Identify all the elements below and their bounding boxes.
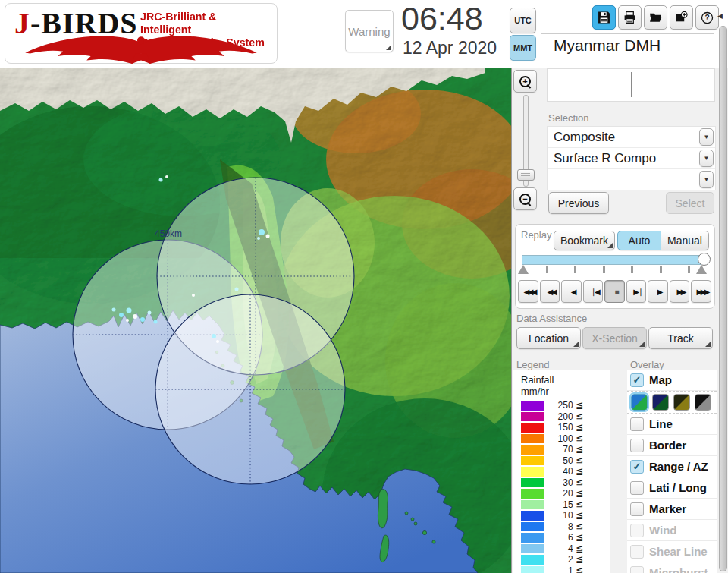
rain-echo — [165, 175, 168, 178]
overlay-rows: LineBorder✓Range / AZLati / LongMarkerWi… — [627, 414, 717, 573]
dropdown-arrow-icon[interactable]: ▼ — [699, 128, 714, 146]
legend-row: 15 ≦ — [521, 499, 583, 511]
style-dark-olive-button[interactable] — [673, 394, 690, 411]
open-folder-icon — [649, 11, 662, 24]
play-backward-button[interactable]: ◀ — [561, 280, 582, 303]
track-button[interactable]: Track — [648, 327, 713, 349]
eagle-icon — [11, 34, 271, 65]
dropdown-arrow-icon[interactable]: ▼ — [699, 171, 714, 188]
overlay-label: Overlay — [630, 359, 664, 370]
print-button[interactable] — [618, 5, 642, 30]
stop-button[interactable]: ■ — [604, 280, 625, 303]
legend-value: 150 ≦ — [544, 422, 583, 433]
select-button[interactable]: Select — [666, 192, 714, 214]
bookmark-button[interactable]: Bookmark — [554, 231, 615, 250]
zoom-in-button[interactable]: + — [513, 70, 537, 93]
style-green-blue-button[interactable] — [631, 394, 648, 411]
overlay-item-range-az[interactable]: ✓Range / AZ — [627, 456, 717, 477]
map-style-buttons — [627, 391, 717, 414]
mmt-button[interactable]: MMT — [510, 35, 536, 61]
overlay-item-shear-line[interactable]: Shear Line — [627, 541, 717, 562]
legend-row: 50 ≦ — [521, 455, 583, 467]
step-back-button[interactable]: ❘◀ — [583, 280, 604, 303]
control-panel: + − Selection Composite▼Surface R Compo▼… — [511, 68, 718, 573]
style-navy-green-button[interactable] — [652, 394, 669, 411]
checkbox-icon[interactable] — [630, 566, 644, 573]
zoom-out-button[interactable]: − — [513, 187, 537, 210]
rain-echo — [154, 320, 158, 324]
legend-value: 30 ≦ — [544, 477, 583, 488]
legend-swatch — [521, 500, 544, 510]
selection-dropdown-2[interactable]: Surface R Compo▼ — [548, 148, 715, 169]
auto-button[interactable]: Auto — [617, 231, 661, 250]
checkbox-icon[interactable] — [630, 502, 644, 516]
x-section-button[interactable]: X-Section — [582, 327, 647, 349]
overlay-item-border[interactable]: Border — [627, 435, 717, 456]
checkbox-icon[interactable] — [630, 545, 644, 559]
checkbox-icon[interactable] — [630, 439, 644, 452]
overlay-item-label: Map — [649, 373, 672, 386]
save-icon — [598, 11, 610, 24]
overlay-item-label: Border — [649, 439, 686, 452]
replay-label: Replay — [521, 229, 551, 241]
checkbox-icon[interactable] — [630, 417, 644, 431]
dropdown-arrow-icon[interactable]: ▼ — [699, 150, 714, 167]
zoom-out-icon: − — [519, 194, 531, 205]
overlay-item-lati-long[interactable]: Lati / Long — [627, 477, 717, 499]
radar-map[interactable]: 450km — [0, 68, 511, 573]
help-button[interactable]: ? — [695, 5, 719, 30]
capture-button[interactable] — [670, 5, 693, 30]
panel-scroll-handle[interactable] — [719, 26, 727, 571]
overlay-item-label: Lati / Long — [649, 481, 707, 494]
overlay-item-map[interactable]: ✓Map — [627, 370, 717, 391]
legend-row: 70 ≦ — [521, 444, 583, 455]
overlay-item-label: Shear Line — [649, 545, 708, 558]
rain-echo — [127, 308, 132, 313]
timeline-tick — [631, 266, 633, 273]
checkbox-icon[interactable] — [630, 481, 644, 495]
fast-rewind-button[interactable]: ◀◀ — [540, 280, 560, 303]
legend-row: 40 ≦ — [521, 466, 583, 477]
jump-end-button[interactable]: ▶▶▶ — [691, 280, 711, 303]
rain-echo — [266, 235, 270, 238]
legend-swatch — [521, 478, 544, 488]
zoom-slider-thumb[interactable] — [517, 169, 535, 181]
legend-value: 40 ≦ — [544, 466, 583, 477]
manual-button[interactable]: Manual — [661, 231, 709, 250]
step-forward-button[interactable]: ▶❘ — [626, 280, 647, 303]
jump-start-button[interactable]: ◀◀◀ — [518, 280, 538, 303]
open-folder-button[interactable] — [644, 5, 667, 30]
dropdown-value: Composite — [548, 130, 699, 145]
range-label: 450km — [155, 228, 182, 239]
timeline-handle[interactable] — [698, 253, 711, 266]
checkbox-checked-icon[interactable]: ✓ — [630, 460, 644, 474]
overlay-item-microburst[interactable]: Microburst — [627, 562, 717, 573]
legend-row: 10 ≦ — [521, 510, 583, 521]
style-black-gray-button[interactable] — [695, 394, 711, 411]
previous-button[interactable]: Previous — [548, 192, 609, 214]
utc-button[interactable]: UTC — [510, 8, 536, 33]
legend-row: 200 ≦ — [521, 411, 583, 423]
overlay-item-marker[interactable]: Marker — [627, 499, 717, 520]
collapse-arrow-icon[interactable]: ◀ — [717, 8, 727, 24]
rain-echo — [119, 313, 124, 317]
product-name-input[interactable] — [547, 68, 715, 102]
legend-row: 150 ≦ — [521, 422, 583, 433]
checkbox-checked-icon[interactable]: ✓ — [630, 373, 644, 387]
overlay-item-wind[interactable]: Wind — [627, 520, 717, 541]
save-button[interactable] — [592, 5, 616, 30]
fast-forward-button[interactable]: ▶▶ — [670, 280, 690, 303]
legend-row: 30 ≦ — [521, 477, 583, 489]
checkbox-icon[interactable] — [630, 524, 644, 537]
selection-dropdown-1[interactable]: Composite▼ — [548, 127, 715, 148]
timeline-track[interactable] — [522, 255, 705, 265]
play-button[interactable]: ▶ — [648, 280, 668, 303]
selection-dropdown-3[interactable]: ▼ — [548, 169, 715, 190]
overlay-item-label: Range / AZ — [649, 460, 708, 473]
location-button[interactable]: Location — [516, 327, 581, 349]
overlay-item-line[interactable]: Line — [627, 414, 717, 435]
legend-row: 1 ≦ — [521, 565, 583, 573]
legend-value: 70 ≦ — [544, 444, 583, 455]
timeline-tick — [603, 266, 605, 273]
warning-button[interactable]: Warning — [345, 10, 394, 52]
